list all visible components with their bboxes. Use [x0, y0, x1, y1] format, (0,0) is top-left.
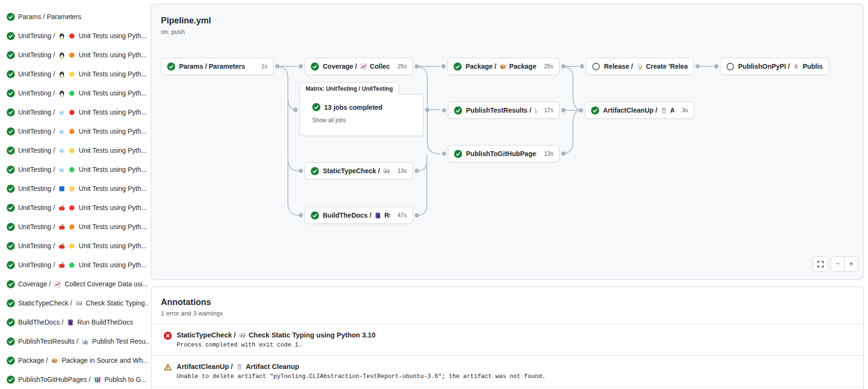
job-prefix: UnitTesting /	[18, 223, 55, 231]
annotation-step: Check Static Typing using Python 3.10	[249, 331, 376, 339]
workflow-run-page: Params / Parameters UnitTesting / Unit T…	[0, 0, 868, 389]
job-prefix: UnitTesting /	[18, 166, 55, 173]
sidebar-job[interactable]: Package / Package in Source and Wh...	[7, 351, 149, 370]
success-icon	[7, 204, 15, 212]
job-icons	[58, 109, 75, 116]
dot-yellow-icon	[68, 185, 75, 192]
job-icons	[82, 338, 89, 345]
job-node-coverage[interactable]: Coverage / Collect Cove... 25s	[305, 58, 413, 75]
chart-up-icon	[54, 281, 61, 288]
sidebar-job[interactable]: UnitTesting / Unit Tests using Pyth...	[7, 160, 149, 179]
annotations-summary: 1 error and 3 warnings	[161, 310, 854, 317]
show-all-jobs-link[interactable]: Show all jobs	[312, 117, 423, 124]
job-icons	[94, 376, 101, 383]
success-icon	[7, 318, 15, 326]
sidebar-job[interactable]: PublishTestResults / Publish Test Resu..…	[7, 332, 149, 351]
books-icon	[94, 376, 101, 383]
sidebar-job[interactable]: UnitTesting / Unit Tests using Pyth...	[7, 141, 149, 160]
job-node-package[interactable]: Package / Package in So... 25s	[447, 58, 560, 75]
success-icon	[7, 32, 15, 40]
job-node-buildthedocs[interactable]: BuildTheDocs / Run Buil... 47s	[305, 207, 413, 224]
job-icons	[58, 223, 75, 231]
job-node-statictypecheck[interactable]: StaticTypeCheck / Chec... 13s	[305, 162, 413, 179]
fullscreen-button[interactable]	[813, 256, 828, 272]
ice-icon	[58, 128, 65, 135]
sidebar-job[interactable]: UnitTesting / Unit Tests using Pyth...	[7, 64, 149, 84]
dot-green-icon	[68, 90, 75, 97]
linux-icon	[58, 32, 65, 40]
job-suffix: Run BuildTheDocs	[77, 318, 133, 326]
job-icons	[58, 71, 75, 78]
dot-yellow-icon	[68, 71, 75, 78]
job-node-release[interactable]: Release / Create 'Release P...	[586, 58, 694, 75]
job-prefix: UnitTesting /	[18, 242, 55, 250]
sidebar-job[interactable]: UnitTesting / Unit Tests using Pyth...	[7, 217, 149, 236]
zoom-out-button[interactable]: −	[831, 257, 845, 271]
sidebar-job[interactable]: UnitTesting / Unit Tests using Pyth...	[7, 255, 149, 274]
annotations-panel: Annotations 1 error and 3 warnings Stati…	[151, 286, 864, 389]
annotation-error-row[interactable]: StaticTypeCheck / Check Static Typing us…	[151, 324, 863, 356]
sidebar-job[interactable]: UnitTesting / Unit Tests using Pyth...	[7, 26, 149, 45]
sidebar-job[interactable]: Coverage / Collect Coverage Data usi...	[7, 274, 149, 294]
annotation-job: StaticTypeCheck /	[177, 331, 236, 339]
sidebar-job[interactable]: UnitTesting / Unit Tests using Pyth...	[7, 236, 149, 255]
job-icons	[58, 52, 75, 59]
job-icons	[58, 90, 75, 97]
success-icon	[311, 211, 319, 220]
job-icons	[67, 319, 74, 326]
dot-red-icon	[68, 204, 75, 211]
job-node-publishtogithubpages[interactable]: PublishToGitHubPages / ... 13s	[448, 145, 560, 162]
apple-icon	[58, 223, 65, 231]
zoom-in-button[interactable]: +	[845, 257, 858, 271]
sidebar-job[interactable]: UnitTesting / Unit Tests using Pyth...	[7, 45, 149, 64]
dot-yellow-icon	[68, 147, 75, 154]
dot-green-icon	[68, 262, 75, 269]
success-icon	[7, 299, 15, 307]
job-prefix: StaticTypeCheck /	[18, 299, 72, 307]
success-icon	[7, 127, 15, 136]
sidebar-job[interactable]: Params / Parameters	[7, 7, 149, 26]
job-suffix: Publish Test Resu...	[92, 337, 149, 345]
sidebar-job[interactable]: UnitTesting / Unit Tests using Pyth...	[7, 84, 149, 103]
windows-icon	[58, 185, 65, 192]
job-icons	[51, 357, 58, 364]
node-duration: 13s	[540, 150, 553, 157]
job-node-params[interactable]: Params / Parameters 1s	[161, 58, 274, 75]
job-suffix: Unit Tests using Pyth...	[79, 51, 147, 59]
node-duration: 25s	[394, 63, 407, 70]
eyes-icon	[239, 332, 246, 339]
node-label: Release /	[604, 63, 633, 70]
sidebar-job[interactable]: UnitTesting / Unit Tests using Pyth...	[7, 198, 149, 217]
matrix-summary: 13 jobs completed	[324, 104, 382, 111]
job-prefix: UnitTesting /	[18, 204, 55, 211]
sidebar-job[interactable]: BuildTheDocs / Run BuildTheDocs	[7, 313, 149, 332]
apple-icon	[58, 242, 65, 250]
success-icon	[311, 167, 319, 175]
warning-icon	[164, 363, 172, 371]
job-suffix: Unit Tests using Pyth...	[79, 108, 147, 116]
success-icon	[7, 261, 15, 269]
apple-icon	[58, 204, 65, 211]
job-node-publishonpypi[interactable]: PublishOnPyPI / Publish to ...	[720, 58, 829, 75]
sidebar-job[interactable]: StaticTypeCheck / Check Static Typing...	[7, 294, 149, 313]
sidebar-job[interactable]: UnitTesting / Unit Tests using Pyth...	[7, 179, 149, 198]
job-suffix: Unit Tests using Pyth...	[79, 223, 147, 231]
success-icon	[7, 147, 15, 155]
annotation-warning-row[interactable]: ArtifactCleanUp / Artifact Cleanup Unabl…	[151, 356, 863, 387]
success-icon	[7, 223, 15, 231]
job-node-artifactcleanup[interactable]: ArtifactCleanUp / Artifac... 3s	[585, 102, 694, 119]
dot-orange-icon	[68, 128, 75, 135]
node-label: PublishOnPyPI /	[738, 63, 790, 70]
sidebar-job[interactable]: UnitTesting / Unit Tests using Pyth...	[7, 103, 149, 122]
node-duration: 47s	[394, 212, 407, 219]
success-icon	[454, 150, 462, 158]
job-node-publishtestresults[interactable]: PublishTestResults / Pu... 17s	[448, 102, 560, 119]
node-label-suffix: Collect Cove...	[370, 63, 390, 70]
job-icons	[58, 262, 75, 269]
node-label: ArtifactCleanUp /	[603, 106, 657, 114]
node-label-suffix: Publish to ...	[803, 63, 823, 70]
sidebar-job[interactable]: PublishToGitHubPages / Publish to G...	[7, 370, 149, 389]
annotation-job: ArtifactCleanUp /	[177, 363, 233, 370]
sidebar-job[interactable]: UnitTesting / Unit Tests using Pyth...	[7, 122, 149, 141]
success-icon	[7, 337, 15, 346]
